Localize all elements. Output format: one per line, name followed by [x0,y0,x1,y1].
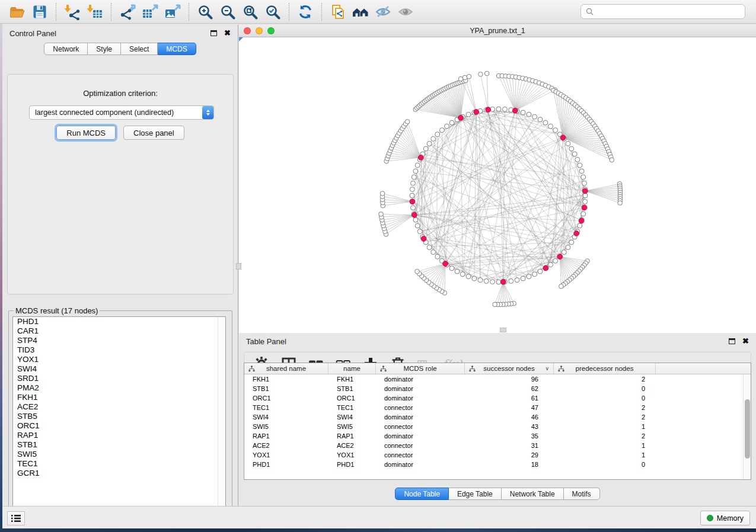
graph-node[interactable] [431,250,436,255]
tab-network[interactable]: Network [44,43,88,55]
tab-select[interactable]: Select [121,43,158,55]
graph-node[interactable] [509,279,513,284]
column-header-shared-name[interactable]: shared name [244,363,328,374]
mcds-result-item[interactable]: ORC1 [13,421,225,431]
graph-node[interactable] [478,278,483,283]
list-scrollbar-track[interactable] [218,317,225,524]
table-row[interactable]: ACE2ACE2connector311 [244,441,743,450]
graph-node[interactable] [582,181,587,185]
column-header-successor-nodes[interactable]: successor nodes∨ [465,363,554,374]
import-table-button[interactable] [84,2,106,22]
mcds-result-item[interactable]: TID3 [13,345,225,355]
zoom-out-button[interactable] [216,2,239,22]
float-panel-icon[interactable] [210,30,217,36]
graph-node[interactable] [460,272,465,277]
graph-node-mcds[interactable] [500,279,506,284]
graph-node[interactable] [484,71,489,76]
network-graph[interactable] [239,37,756,332]
graph-node[interactable] [532,272,537,277]
tab-edge-table[interactable]: Edge Table [449,488,502,500]
graph-node[interactable] [449,120,454,125]
network-titlebar[interactable]: YPA_prune.txt_1 [239,25,756,37]
graph-node-mcds[interactable] [579,218,584,223]
mcds-result-item[interactable]: ACE2 [13,402,225,412]
graph-node-mcds[interactable] [410,199,415,204]
graph-node[interactable] [449,266,454,271]
graph-node-mcds[interactable] [582,188,588,194]
close-panel-icon[interactable]: ✖ [224,30,231,36]
graph-node[interactable] [484,279,489,284]
graph-node-mcds[interactable] [443,261,448,267]
graph-node[interactable] [566,142,570,146]
table-row[interactable]: PHD1PHD1dominator180 [244,460,743,469]
graph-node[interactable] [467,74,471,79]
graph-node[interactable] [415,163,420,168]
mcds-result-item[interactable]: RAP1 [13,431,225,440]
graph-node-mcds[interactable] [557,254,563,259]
graph-node[interactable] [490,280,495,284]
horizontal-divider-handle[interactable] [500,328,506,332]
close-panel-icon[interactable]: ✖ [742,338,749,344]
graph-node[interactable] [515,278,519,283]
float-panel-icon[interactable] [729,338,735,344]
graph-node[interactable] [415,223,420,228]
graph-node[interactable] [502,107,507,111]
graph-node-mcds[interactable] [412,212,417,217]
graph-node[interactable] [581,211,586,216]
graph-node[interactable] [479,72,483,76]
graph-node[interactable] [435,132,440,137]
table-row[interactable]: SWI5SWI5connector431 [244,422,743,431]
graph-node-mcds[interactable] [512,108,518,113]
show-task-history-button[interactable] [7,511,25,525]
graph-node[interactable] [566,245,570,249]
search-input[interactable] [597,8,740,16]
graph-node[interactable] [543,120,548,125]
graph-node[interactable] [413,169,418,174]
mcds-result-item[interactable]: PHD1 [13,317,225,326]
graph-node[interactable] [610,158,614,162]
graph-node[interactable] [575,157,580,162]
memory-button[interactable]: Memory [700,511,750,525]
tab-mcds[interactable]: MCDS [158,43,196,55]
graph-node[interactable] [380,191,385,196]
graph-node[interactable] [423,146,428,151]
column-header-name[interactable]: name [328,363,376,374]
graph-node[interactable] [415,269,420,274]
graph-node[interactable] [532,114,537,119]
mcds-result-item[interactable]: TEC1 [13,459,225,469]
graph-node[interactable] [379,212,384,217]
tab-node-table[interactable]: Node Table [395,488,449,500]
column-header-predecessor-nodes[interactable]: predecessor nodes [554,363,656,374]
graph-node[interactable] [410,187,414,192]
mcds-result-item[interactable]: STB5 [13,412,225,421]
table-row[interactable]: RAP1RAP1dominator352 [244,431,743,441]
graph-node-mcds[interactable] [560,135,566,140]
graph-node-mcds[interactable] [418,155,423,161]
clone-network-button[interactable] [327,2,349,22]
mcds-result-item[interactable]: SWI5 [13,450,225,459]
graph-node[interactable] [412,175,416,180]
vertical-divider-handle[interactable] [236,263,241,270]
graph-node[interactable] [553,258,558,263]
import-network-button[interactable] [61,2,84,22]
table-scrollbar-track[interactable] [743,374,751,479]
graph-node[interactable] [548,124,553,129]
graph-node[interactable] [569,146,574,151]
tab-motifs[interactable]: Motifs [564,488,600,500]
graph-node[interactable] [410,193,414,198]
graph-node-mcds[interactable] [543,265,548,271]
mcds-result-item[interactable]: PMA2 [13,383,225,393]
table-row[interactable]: ORC1ORC1dominator610 [244,393,743,403]
graph-node[interactable] [569,240,574,245]
graph-node-mcds[interactable] [421,236,426,242]
export-image-button[interactable] [161,2,184,22]
graph-node[interactable] [439,128,444,133]
graph-node[interactable] [466,274,471,279]
graph-node[interactable] [572,152,577,156]
close-panel-button[interactable]: Close panel [123,126,184,140]
graph-node-mcds[interactable] [582,205,587,210]
graph-node[interactable] [578,163,582,168]
mcds-result-item[interactable]: YOX1 [13,355,225,364]
graph-node[interactable] [548,262,553,267]
graph-node[interactable] [410,206,415,210]
